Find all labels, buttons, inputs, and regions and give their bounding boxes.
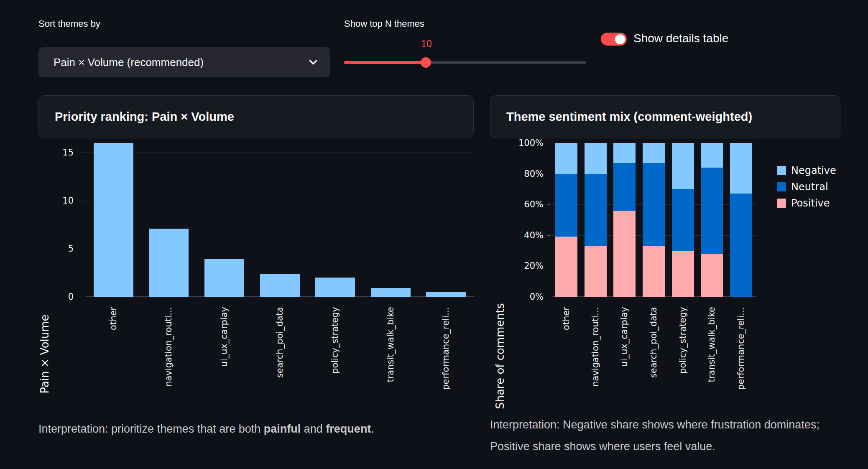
bar-segment-negative (672, 143, 694, 189)
x-axis-labels: othernavigation_routi…ui_ux_carplaysearc… (86, 307, 474, 390)
x-axis-label: ui_ux_carplay (620, 307, 629, 367)
slider-label: Show top N themes (344, 18, 424, 29)
stacked-bar (672, 143, 694, 297)
x-label-slot: other (552, 307, 581, 390)
top-n-slider[interactable] (344, 61, 586, 64)
y-tick-mark (81, 201, 84, 201)
bar-segment-neutral (643, 163, 665, 246)
x-label-slot: performance_reli… (418, 307, 474, 390)
x-axis-label: policy_strategy (679, 307, 687, 374)
toggle-knob (615, 34, 625, 44)
legend-item-neutral: Neutral (777, 181, 836, 193)
bar-slot (307, 143, 363, 297)
y-tick-label: 80% (506, 169, 544, 179)
show-details-toggle-label: Show details table (633, 32, 728, 45)
x-label-slot: other (86, 307, 141, 390)
sort-select-value: Pain × Volume (recommended) (54, 56, 204, 69)
y-tick-label: 20% (506, 261, 544, 271)
bar-segment-positive (672, 251, 694, 297)
stacked-bar (643, 143, 665, 297)
right-chart-plot (552, 143, 756, 297)
x-axis-label: other (109, 307, 118, 330)
bar-segment-positive (613, 211, 636, 297)
bar-segment-neutral (730, 194, 752, 297)
slider-value: 10 (412, 38, 441, 50)
bar-segment-neutral (613, 163, 636, 211)
x-axis-label: ui_ux_carplay (220, 307, 229, 367)
bar-slot (363, 143, 419, 297)
y-tick-label: 60% (506, 199, 544, 209)
show-details-toggle[interactable] (601, 33, 627, 46)
bar-slot (252, 143, 308, 297)
x-axis-label: policy_strategy (331, 307, 340, 374)
x-axis-label: search_poi_data (276, 307, 284, 378)
sentiment-mix-chart: Share of comments Negative Neutral Posit… (490, 143, 858, 410)
y-tick-label: 5 (36, 244, 74, 254)
bar (94, 143, 133, 297)
y-tick-mark (547, 174, 551, 174)
x-label-slot: ui_ux_carplay (197, 307, 252, 390)
y-tick-label: 10 (36, 196, 74, 206)
dashboard-page: Sort themes by Pain × Volume (recommende… (0, 0, 868, 469)
x-label-slot: transit_walk_bike (363, 307, 419, 390)
positive-swatch-icon (777, 199, 786, 208)
y-tick-label: 40% (506, 230, 544, 240)
bar-segment-negative (613, 143, 636, 163)
legend-item-negative: Negative (777, 165, 836, 176)
bar-slot (726, 143, 756, 297)
x-label-slot: policy_strategy (668, 307, 697, 390)
y-tick-mark (81, 153, 84, 153)
y-tick-mark (547, 266, 551, 266)
bar-segment-negative (730, 143, 752, 194)
bar-slot (86, 143, 141, 297)
sort-select[interactable]: Pain × Volume (recommended) (38, 47, 330, 77)
bar-segment-negative (643, 143, 665, 163)
chevron-down-icon (307, 56, 319, 69)
x-axis-label: search_poi_data (649, 307, 658, 378)
stacked-bar (555, 143, 577, 297)
bar-segment-positive (555, 237, 577, 297)
x-label-slot: performance_reli… (726, 307, 756, 390)
bar-slot (141, 143, 197, 297)
bar-slot (668, 143, 697, 297)
y-tick-label: 0% (506, 292, 544, 302)
y-tick-label: 15 (36, 148, 74, 158)
bar (426, 292, 466, 297)
x-axis-label: transit_walk_bike (707, 307, 716, 382)
y-tick-mark (547, 235, 551, 236)
x-label-slot: search_poi_data (252, 307, 308, 390)
x-label-slot: search_poi_data (639, 307, 669, 390)
right-chart-title-card: Theme sentiment mix (comment-weighted) (490, 95, 840, 138)
y-tick-label: 0 (36, 292, 74, 302)
bar-segment-negative (585, 143, 607, 174)
left-interpretation: Interpretation: prioritize themes that a… (38, 418, 474, 440)
x-axis-label: navigation_routi… (591, 307, 600, 387)
y-tick-mark (547, 297, 551, 297)
x-label-slot: ui_ux_carplay (610, 307, 639, 390)
bar-segment-neutral (585, 174, 607, 246)
left-y-axis-title: Pain × Volume (38, 314, 51, 393)
bar-segment-neutral (672, 189, 694, 250)
bar-segment-positive (585, 246, 607, 297)
bar (204, 259, 244, 297)
slider-fill (344, 61, 426, 64)
bar (260, 274, 300, 297)
right-interpretation: Interpretation: Negative share shows whe… (490, 414, 858, 457)
neutral-swatch-icon (777, 182, 786, 191)
bar-slot (581, 143, 610, 297)
stacked-bar (585, 143, 607, 297)
left-chart-title: Priority ranking: Pain × Volume (55, 110, 234, 124)
bar-slot (552, 143, 581, 297)
x-axis-label: other (562, 307, 571, 330)
x-axis-labels: othernavigation_routi…ui_ux_carplaysearc… (552, 307, 756, 390)
sort-select-label: Sort themes by (38, 18, 100, 29)
bar (149, 229, 189, 297)
y-tick-mark (81, 249, 84, 249)
bar (371, 288, 411, 297)
x-label-slot: transit_walk_bike (697, 307, 727, 390)
chart-legend: Negative Neutral Positive (777, 165, 836, 214)
bar-slot (697, 143, 727, 297)
x-label-slot: navigation_routi… (141, 307, 197, 390)
slider-thumb[interactable] (421, 57, 431, 68)
bar-slot (197, 143, 252, 297)
